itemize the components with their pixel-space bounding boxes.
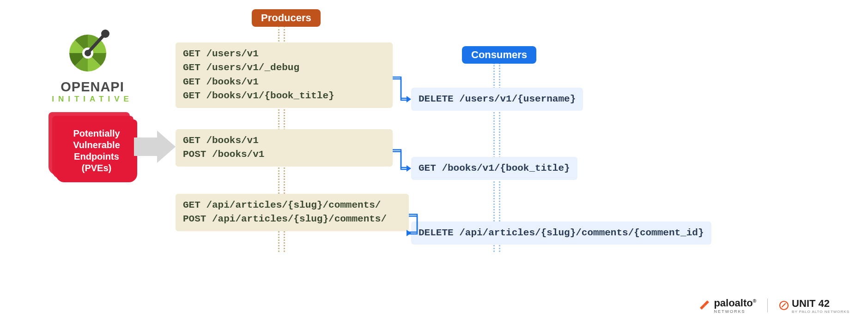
unit42-text: UNIT 42 [792, 298, 830, 309]
svg-marker-5 [134, 131, 176, 163]
footer-divider [767, 299, 768, 312]
pve-text: Potentially Vulnerable Endpoints (PVEs) [73, 128, 120, 174]
pve-card-front: Potentially Vulnerable Endpoints (PVEs) [56, 120, 137, 182]
unit42-logo: UNIT 42 BY PALO ALTO NETWORKS [779, 298, 850, 314]
paloalto-sub: NETWORKS [714, 309, 756, 314]
producers-label: Producers [252, 9, 321, 27]
unit42-icon [779, 300, 789, 311]
openapi-subtitle: INITIATIVE [51, 95, 134, 104]
openapi-icon [67, 28, 118, 74]
api-flow-diagram: OPENAPI INITIATIVE Potentially Vulnerabl… [0, 0, 868, 323]
pve-stack: Potentially Vulnerable Endpoints (PVEs) [49, 112, 136, 181]
producer-box: GET /books/v1 POST /books/v1 [176, 129, 393, 167]
consumer-box: GET /books/v1/{book_title} [411, 157, 577, 180]
svg-marker-7 [407, 165, 411, 172]
svg-point-4 [101, 30, 109, 38]
footer-logos: paloalto® NETWORKS UNIT 42 BY PALO ALTO … [699, 297, 850, 314]
openapi-title: OPENAPI [51, 79, 134, 95]
paloalto-text: paloalto [714, 297, 753, 309]
consumer-box: DELETE /api/articles/{slug}/comments/{co… [411, 221, 711, 245]
arrow-icon [134, 128, 178, 165]
paloalto-logo: paloalto® NETWORKS [699, 297, 756, 314]
unit42-sub: BY PALO ALTO NETWORKS [792, 310, 850, 314]
consumers-label: Consumers [462, 46, 536, 64]
svg-marker-6 [407, 96, 411, 102]
consumer-box: DELETE /users/v1/{username} [411, 88, 583, 111]
producer-box: GET /users/v1 GET /users/v1/_debug GET /… [176, 42, 393, 108]
openapi-logo: OPENAPI INITIATIVE [51, 28, 134, 104]
producer-box: GET /api/articles/{slug}/comments/ POST … [176, 194, 409, 231]
paloalto-icon [699, 299, 711, 311]
